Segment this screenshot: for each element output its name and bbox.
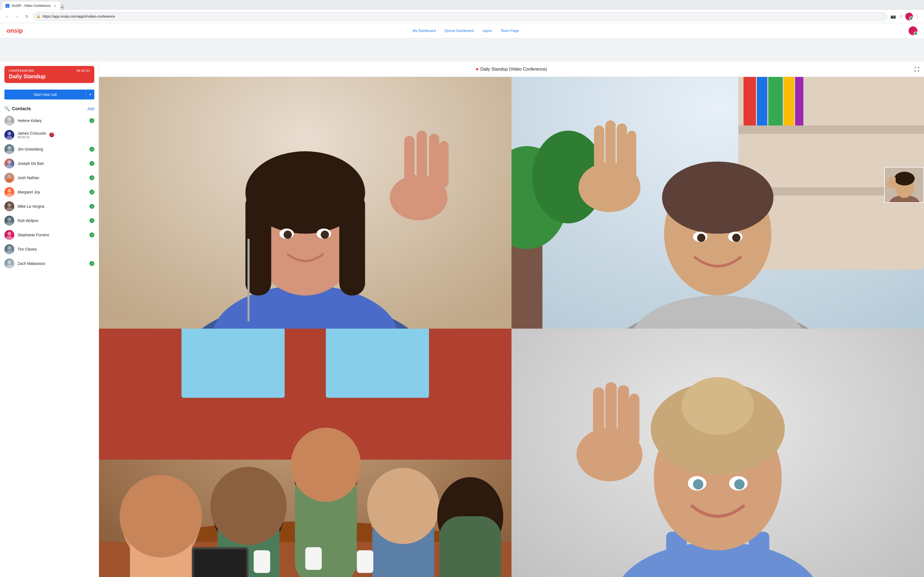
contacts-add-link[interactable]: Add — [87, 106, 94, 111]
svg-point-57 — [662, 161, 774, 234]
start-call-dropdown[interactable]: ▾ — [86, 90, 94, 100]
user-avatar[interactable] — [909, 26, 918, 35]
contact-item[interactable]: Stephanie Fornino ✓ — [0, 228, 99, 242]
status-icon: ✓ — [89, 190, 94, 195]
contact-name: Tim Cleves — [18, 247, 86, 251]
contact-item[interactable]: Helene Kidary ✓ — [0, 113, 99, 128]
svg-point-10 — [7, 189, 11, 193]
contact-avatar — [5, 116, 14, 126]
nav-dashboard[interactable]: My Dashboard — [412, 29, 436, 33]
svg-rect-64 — [605, 120, 616, 180]
contacts-list: Helene Kidary ✓ James Criscuolo 00:00:10… — [0, 113, 99, 271]
svg-point-13 — [6, 208, 13, 211]
contact-item[interactable]: Margaret Joy ✓ — [0, 185, 99, 199]
security-icon: 🔒 — [37, 15, 40, 18]
video-cell-1 — [99, 77, 512, 329]
video-area: Daily Standup (Video Conference) — [99, 61, 924, 577]
svg-point-5 — [6, 150, 13, 154]
browser-user-avatar[interactable] — [905, 13, 913, 20]
contacts-title: Contacts — [12, 106, 85, 111]
video-header: Daily Standup (Video Conference) — [99, 61, 924, 77]
contact-name: Jim Greenberg — [18, 147, 86, 152]
star-icon[interactable]: ☆ — [898, 13, 904, 20]
svg-rect-102 — [254, 550, 270, 573]
contact-avatar — [5, 259, 14, 268]
contact-name: Helene Kidary — [18, 118, 86, 123]
header-right — [909, 26, 918, 35]
svg-rect-75 — [894, 177, 896, 186]
svg-point-1 — [6, 122, 13, 126]
tab-close-btn[interactable]: ✕ — [53, 3, 57, 8]
video-cell-4 — [512, 329, 924, 577]
svg-rect-37 — [429, 134, 439, 187]
app-logo: onsip — [6, 27, 23, 34]
browser-tab[interactable]: D OnSIP - Video Conference ✕ — [2, 2, 60, 10]
contact-name: Mike La Vorgna — [18, 204, 86, 208]
status-icon: ✓ — [89, 118, 94, 123]
svg-rect-74 — [892, 176, 893, 186]
svg-rect-46 — [757, 77, 767, 126]
svg-point-21 — [6, 264, 13, 268]
menu-icon[interactable]: ⋮ — [914, 13, 921, 20]
svg-point-32 — [284, 230, 292, 239]
new-tab-button[interactable]: + — [60, 5, 64, 10]
svg-rect-106 — [194, 549, 246, 577]
fullscreen-button[interactable] — [914, 66, 919, 72]
svg-point-96 — [291, 428, 361, 502]
contact-item[interactable]: Tim Cleves — [0, 242, 99, 256]
svg-point-118 — [693, 479, 703, 490]
contact-item[interactable]: James Criscuolo 00:00:10 📞 — [0, 128, 99, 142]
tab-favicon: D — [5, 4, 9, 8]
address-bar[interactable]: 🔒 https://app.onsip.com/app/#/video-conf… — [33, 12, 887, 21]
svg-point-90 — [120, 475, 202, 558]
svg-rect-38 — [439, 141, 449, 187]
reload-button[interactable]: ↻ — [23, 13, 31, 20]
svg-rect-63 — [594, 126, 604, 182]
contact-name: Josh Nathan — [18, 176, 86, 180]
nav-user[interactable]: sayso — [483, 29, 492, 33]
contact-avatar — [5, 158, 14, 168]
tab-title: OnSIP - Video Conference — [11, 4, 51, 8]
sidebar: CONFERENCING 00:02:21 Daily Standup Star… — [0, 61, 99, 577]
contact-item[interactable]: Joseph De Bari ✓ — [0, 156, 99, 171]
svg-point-18 — [7, 246, 11, 250]
forward-button[interactable]: → — [13, 13, 21, 20]
start-call-button[interactable]: Start new call — [5, 90, 86, 100]
svg-point-61 — [732, 234, 741, 242]
contact-item[interactable]: Jim Greenberg ✓ — [0, 142, 99, 156]
header-nav: My Dashboard Queue Dashboard sayso Team … — [412, 29, 519, 33]
svg-point-0 — [7, 117, 11, 121]
contact-name: James Criscuolo — [18, 131, 46, 135]
svg-point-115 — [682, 377, 754, 435]
contacts-header: 🔍 Contacts Add — [0, 104, 99, 113]
svg-point-6 — [7, 160, 11, 164]
status-icon: ✓ — [89, 261, 94, 266]
contact-item[interactable]: Mike La Vorgna ✓ — [0, 199, 99, 213]
contact-avatar — [5, 230, 14, 240]
status-icon: ✓ — [89, 204, 94, 209]
svg-point-99 — [367, 468, 439, 544]
back-button[interactable]: ← — [3, 13, 11, 20]
svg-rect-66 — [627, 131, 636, 180]
nav-queue[interactable]: Queue Dashboard — [445, 29, 474, 33]
svg-point-11 — [6, 193, 13, 197]
contact-name: Joseph De Bari — [18, 161, 86, 166]
svg-point-14 — [7, 218, 11, 221]
camera-icon[interactable]: 📷 — [889, 13, 897, 20]
svg-rect-122 — [605, 382, 617, 446]
svg-point-71 — [894, 172, 915, 185]
contact-item[interactable]: Rob Wolpov ✓ — [0, 213, 99, 228]
recording-indicator — [476, 68, 478, 70]
contact-item[interactable]: Josh Nathan ✓ — [0, 171, 99, 185]
svg-point-93 — [210, 467, 287, 545]
contact-item[interactable]: Zach Matarasso ✓ — [0, 256, 99, 271]
svg-point-12 — [7, 203, 11, 207]
video-cell-2 — [512, 77, 924, 329]
contact-avatar — [5, 130, 14, 140]
svg-point-119 — [734, 479, 745, 490]
svg-rect-103 — [305, 547, 322, 570]
contact-info: James Criscuolo 00:00:10 — [18, 131, 46, 139]
nav-team[interactable]: Team Page — [501, 29, 519, 33]
svg-point-19 — [6, 250, 13, 254]
status-icon-call: 📞 — [49, 132, 54, 137]
